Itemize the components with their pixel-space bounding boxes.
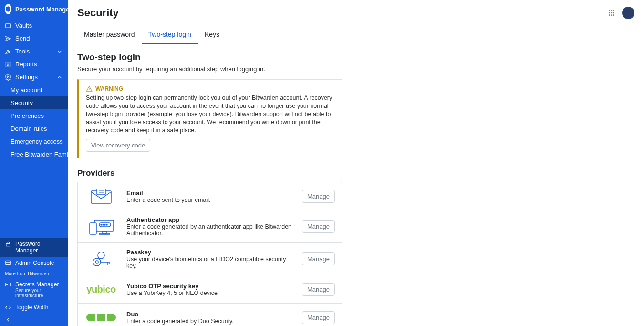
product-label: Secrets Manager Secure your infrastructu… — [15, 281, 63, 298]
svg-point-11 — [611, 12, 613, 14]
settings-subnav: My account Security Preferences Domain r… — [0, 84, 68, 161]
chevron-left-icon — [5, 316, 63, 323]
provider-row-passkey: Passkey Use your device's biometrics or … — [78, 243, 342, 275]
svg-point-26 — [106, 224, 107, 225]
passkey-icon — [84, 251, 118, 267]
product-sub-label: Secure your infrastructure — [15, 288, 63, 298]
sidebar-item-my-account[interactable]: My account — [0, 84, 68, 96]
tab-keys[interactable]: Keys — [198, 26, 226, 44]
tab-two-step-login[interactable]: Two-step login — [142, 26, 198, 44]
tab-label: Keys — [205, 31, 219, 38]
provider-row-duo: Duo Enter a code generated by Duo Securi… — [78, 304, 342, 326]
product-label: Password Manager — [15, 241, 63, 254]
svg-point-24 — [103, 224, 104, 225]
manage-passkey-button[interactable]: Manage — [302, 252, 335, 265]
manage-email-button[interactable]: Manage — [302, 190, 335, 203]
sidebar-item-label: Send — [15, 35, 30, 42]
sidebar-item-send[interactable]: Send — [0, 32, 68, 45]
product-secrets-manager[interactable]: Secrets Manager Secure your infrastructu… — [0, 278, 68, 301]
sidebar-item-label: Preferences — [10, 112, 44, 119]
header: Security — [68, 0, 644, 19]
sidebar: Password Manager Vaults Send Tools Repor… — [0, 0, 68, 326]
svg-rect-0 — [6, 23, 11, 27]
svg-rect-20 — [99, 233, 110, 234]
tab-label: Two-step login — [148, 31, 191, 38]
manage-yubico-button[interactable]: Manage — [302, 283, 335, 296]
sidebar-item-domain-rules[interactable]: Domain rules — [0, 122, 68, 135]
providers-list: Email Enter a code sent to your email. M… — [77, 182, 342, 326]
provider-row-yubico: yubico Yubico OTP security key Use a Yub… — [78, 275, 342, 304]
svg-point-8 — [611, 10, 613, 11]
sidebar-item-vaults[interactable]: Vaults — [0, 19, 68, 32]
manage-authenticator-button[interactable]: Manage — [302, 220, 335, 233]
sidebar-item-emergency-access[interactable]: Emergency access — [0, 135, 68, 148]
svg-rect-21 — [90, 223, 96, 234]
chevron-up-icon — [56, 74, 63, 81]
account-avatar[interactable] — [622, 7, 634, 19]
apps-grid-icon[interactable] — [608, 9, 615, 17]
toggle-width-button[interactable]: Toggle Width — [0, 301, 68, 314]
reports-icon — [5, 61, 11, 68]
sidebar-item-label: Tools — [15, 48, 30, 55]
sidebar-item-security[interactable]: Security — [0, 96, 68, 109]
product-admin-console[interactable]: Admin Console — [0, 257, 68, 269]
provider-name: Passkey — [126, 249, 293, 256]
svg-point-7 — [609, 10, 610, 11]
authenticator-icon — [84, 219, 118, 235]
vault-icon — [5, 22, 11, 29]
tab-master-password[interactable]: Master password — [77, 26, 142, 44]
manage-duo-button[interactable]: Manage — [302, 311, 335, 324]
sidebar-item-label: Vaults — [15, 22, 32, 29]
yubico-logo-icon: yubico — [84, 281, 118, 297]
svg-rect-17 — [97, 189, 105, 195]
content: Two-step login Secure your account by re… — [68, 44, 644, 326]
duo-logo-icon — [84, 309, 118, 326]
svg-point-25 — [104, 224, 105, 225]
sidebar-item-label: Security — [10, 99, 33, 106]
tools-icon — [5, 48, 11, 55]
svg-point-12 — [613, 12, 614, 14]
sidebar-item-preferences[interactable]: Preferences — [0, 109, 68, 122]
provider-name: Authenticator app — [126, 216, 293, 223]
product-password-manager[interactable]: Password Manager — [0, 238, 68, 257]
brand[interactable]: Password Manager — [0, 0, 68, 19]
provider-desc: Enter a code sent to your email. — [126, 197, 293, 203]
settings-icon — [5, 74, 11, 81]
svg-point-23 — [101, 224, 102, 225]
product-label-text: Secrets Manager — [15, 281, 59, 288]
more-from-bitwarden-label: More from Bitwarden — [0, 269, 68, 278]
sidebar-item-tools[interactable]: Tools — [0, 45, 68, 58]
provider-desc: Use a YubiKey 4, 5 or NEO device. — [126, 290, 293, 296]
svg-point-15 — [613, 14, 614, 16]
main: Security Master password Two-step login … — [68, 0, 644, 326]
email-icon — [84, 188, 118, 204]
warning-callout: WARNING Setting up two-step login can pe… — [77, 79, 342, 158]
svg-point-10 — [609, 12, 610, 14]
view-recovery-code-button[interactable]: View recovery code — [86, 139, 150, 152]
provider-name: Yubico OTP security key — [126, 283, 293, 290]
provider-row-authenticator: Authenticator app Enter a code generated… — [78, 210, 342, 243]
two-step-desc: Secure your account by requiring an addi… — [77, 65, 634, 73]
svg-point-14 — [611, 14, 613, 16]
collapse-sidebar-button[interactable] — [0, 314, 68, 326]
svg-point-28 — [93, 258, 101, 266]
sidebar-item-label: Reports — [15, 61, 37, 68]
warning-icon — [86, 85, 93, 92]
warning-title: WARNING — [95, 85, 123, 92]
svg-point-27 — [98, 252, 104, 259]
svg-point-29 — [95, 261, 98, 263]
sidebar-item-label: Settings — [15, 74, 38, 81]
toggle-width-icon — [5, 304, 11, 311]
svg-point-2 — [7, 76, 9, 78]
sidebar-item-free-families[interactable]: Free Bitwarden Famil... — [0, 148, 68, 161]
provider-desc: Enter a code generated by Duo Security. — [126, 318, 293, 325]
two-step-title: Two-step login — [77, 52, 634, 63]
sidebar-item-label: My account — [10, 86, 42, 94]
admin-icon — [5, 260, 11, 266]
sidebar-item-settings[interactable]: Settings — [0, 71, 68, 84]
sidebar-item-label: Free Bitwarden Famil... — [10, 151, 68, 158]
warning-text: Setting up two-step login can permanentl… — [86, 94, 335, 134]
providers-title: Providers — [77, 168, 634, 178]
sidebar-item-reports[interactable]: Reports — [0, 58, 68, 71]
toggle-width-label: Toggle Width — [15, 304, 48, 311]
